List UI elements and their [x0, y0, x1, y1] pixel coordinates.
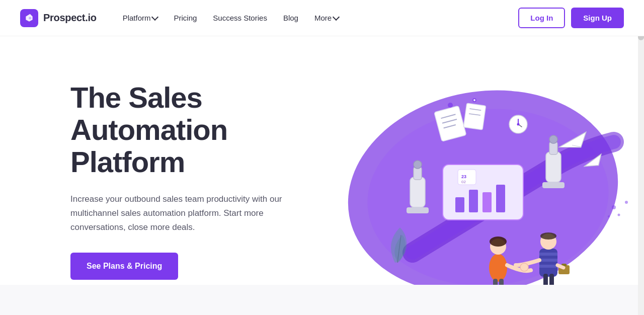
navbar: Prospect.io Platform Pricing Success Sto…	[0, 0, 644, 36]
svg-rect-41	[539, 253, 557, 256]
svg-rect-14	[482, 192, 492, 212]
nav-item-platform[interactable]: Platform	[117, 10, 164, 26]
svg-rect-54	[463, 103, 486, 130]
logo[interactable]: Prospect.io	[20, 9, 97, 27]
cta-button[interactable]: See Plans & Pricing	[70, 253, 178, 280]
svg-rect-10	[542, 182, 565, 188]
logo-svg	[24, 13, 34, 23]
hero-illustration: 23 02	[302, 36, 644, 315]
svg-point-5	[414, 161, 422, 169]
nav-item-success-stories[interactable]: Success Stories	[207, 10, 273, 26]
svg-point-32	[517, 123, 520, 126]
hero-description: Increase your outbound sales team produc…	[70, 192, 287, 234]
svg-rect-42	[539, 259, 557, 262]
svg-rect-13	[469, 190, 478, 212]
svg-text:23: 23	[461, 174, 466, 179]
hero-content: The Sales Automation Platform Increase y…	[70, 82, 332, 280]
login-button[interactable]: Log In	[518, 8, 565, 28]
svg-point-26	[618, 214, 620, 216]
hero-svg: 23 02	[302, 41, 644, 315]
nav-item-pricing[interactable]: Pricing	[168, 10, 203, 26]
chevron-down-icon-more	[333, 14, 340, 21]
svg-point-9	[549, 135, 557, 143]
hero-section: The Sales Automation Platform Increase y…	[0, 36, 644, 315]
svg-rect-12	[455, 197, 464, 212]
svg-rect-15	[496, 185, 505, 212]
svg-point-0	[29, 17, 31, 19]
svg-rect-6	[407, 207, 429, 213]
svg-text:02: 02	[461, 180, 466, 184]
svg-rect-7	[546, 152, 561, 182]
svg-point-28	[625, 201, 628, 204]
signup-button[interactable]: Sign Up	[571, 8, 624, 28]
logo-text: Prospect.io	[43, 12, 97, 24]
svg-rect-43	[539, 265, 557, 268]
nav-item-more[interactable]: More	[308, 10, 345, 26]
chevron-down-icon	[151, 14, 158, 21]
svg-rect-16	[458, 170, 476, 185]
hero-title: The Sales Automation Platform	[70, 82, 332, 178]
svg-point-45	[540, 232, 556, 240]
svg-point-33	[489, 254, 507, 282]
bottom-bar	[0, 285, 644, 315]
svg-point-23	[448, 103, 453, 108]
scrollbar-track[interactable]	[638, 0, 644, 315]
svg-rect-3	[410, 177, 425, 207]
nav-links: Platform Pricing Success Stories Blog Mo…	[117, 10, 345, 26]
svg-point-27	[608, 215, 610, 217]
navbar-right: Log In Sign Up	[518, 8, 624, 28]
nav-item-blog[interactable]: Blog	[277, 10, 304, 26]
navbar-left: Prospect.io Platform Pricing Success Sto…	[20, 9, 345, 27]
svg-point-52	[520, 263, 528, 271]
logo-icon	[20, 9, 38, 27]
svg-point-25	[612, 205, 616, 209]
svg-point-35	[490, 237, 507, 247]
